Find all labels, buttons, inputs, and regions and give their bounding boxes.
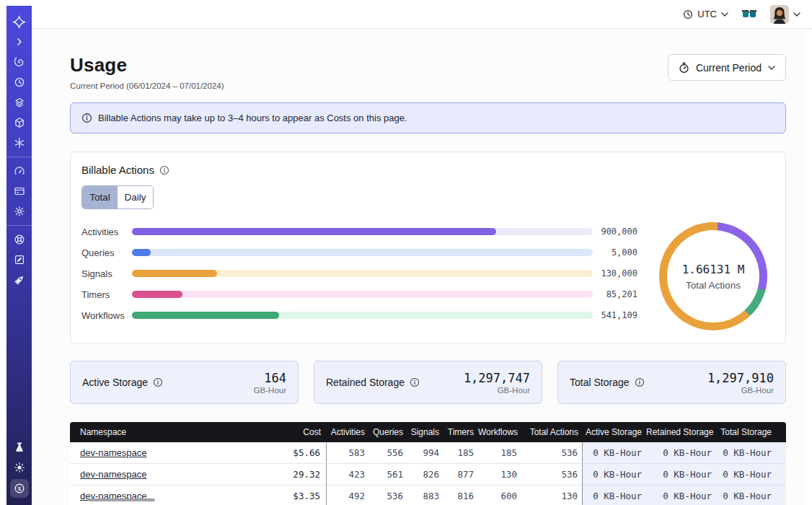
table-header-row: NamespaceCostActivitiesQueriesSignalsTim… (70, 422, 786, 442)
cell-queries: 556 (369, 442, 407, 464)
credit-card-icon[interactable] (9, 181, 30, 201)
gauge-icon[interactable] (9, 161, 30, 181)
usage-bar-queries: Queries5,000 (81, 245, 637, 260)
stopwatch-icon (679, 62, 689, 74)
column-header-signals: Signals (407, 422, 443, 442)
cell-queries: 561 (369, 464, 407, 486)
total-storage-label: Total Storage (570, 377, 630, 388)
info-icon[interactable] (159, 165, 169, 175)
dollar-coin-icon[interactable]: $ (10, 479, 29, 498)
column-header-cost: Cost (286, 422, 327, 442)
total-storage-card: Total Storage 1,297,910 GB-Hour (557, 361, 786, 404)
active-storage-value: 164 (254, 371, 286, 385)
column-header-queries: Queries (369, 422, 407, 442)
docs-icon[interactable] (9, 250, 30, 270)
period-selector-button[interactable]: Current Period (668, 54, 786, 81)
table-row: dev-namespace29.324235618268771305360 KB… (70, 464, 786, 486)
bar-value: 85,201 (599, 289, 637, 299)
horizontal-scrollbar-thumb[interactable] (88, 499, 155, 501)
cell-active-storage: 0 KB-Hour (583, 442, 646, 464)
bar-track (132, 270, 593, 277)
table-row: dev-namespace$5.665835569941851855360 KB… (70, 442, 786, 464)
namespace-link[interactable]: dev-namespace (80, 447, 147, 458)
bar-label: Timers (81, 289, 132, 300)
bar-track (132, 291, 593, 298)
table-row: dev-namespace$3.354925368838166001300 KB… (70, 486, 786, 505)
cell-cost: $3.35 (286, 486, 327, 505)
svg-text:$: $ (17, 486, 21, 492)
tab-total[interactable]: Total (82, 186, 118, 208)
bar-label: Workflows (81, 310, 132, 321)
namespace-usage-table: NamespaceCostActivitiesQueriesSignalsTim… (70, 422, 786, 505)
chevron-right-icon[interactable] (9, 32, 30, 52)
bar-value: 130,000 (599, 268, 637, 278)
total-actions-donut-chart: 1.66131 M Total Actions (659, 222, 767, 330)
bar-track (132, 249, 593, 256)
avatar (770, 5, 789, 24)
cell-retained-storage: 0 KB-Hour (646, 464, 716, 486)
clock-history-icon[interactable] (9, 72, 30, 92)
retained-storage-card: Retained Storage 1,297,747 GB-Hour (314, 361, 542, 404)
cell-total-actions: 536 (521, 464, 583, 486)
column-header-workflows: Workflows (478, 422, 521, 442)
info-icon (81, 113, 92, 123)
cell-cost: 29.32 (286, 464, 327, 486)
nexus-asterisk-icon[interactable] (9, 133, 30, 153)
donut-total-label: Total Actions (686, 280, 741, 291)
banner-text: Billable Actions may take up to 3–4 hour… (98, 113, 407, 123)
cell-workflows: 185 (478, 442, 521, 464)
cell-activities: 583 (327, 442, 369, 464)
gear-icon[interactable] (9, 201, 30, 221)
main-content: Usage Current Period (06/01/2024 – 07/01… (32, 30, 806, 505)
topbar: UTC (32, 0, 812, 29)
layers-icon[interactable] (9, 92, 30, 113)
billable-actions-tabs: Total Daily (81, 185, 154, 209)
info-icon[interactable] (153, 377, 163, 387)
cell-signals: 826 (407, 464, 443, 486)
cell-timers: 185 (443, 442, 478, 464)
sidebar-divider (6, 225, 32, 226)
cell-total-actions: 536 (521, 442, 583, 464)
info-icon[interactable] (635, 377, 645, 387)
tab-daily[interactable]: Daily (118, 186, 153, 208)
cell-retained-storage: 0 KB-Hour (646, 486, 716, 505)
column-header-total-storage: Total Storage (716, 422, 786, 442)
bar-label: Queries (81, 247, 132, 258)
page-header: Usage Current Period (06/01/2024 – 07/01… (70, 54, 786, 90)
bar-value: 5,000 (599, 247, 637, 258)
column-header-retained-storage: Retained Storage (646, 422, 716, 442)
sidebar: $ (6, 6, 32, 505)
timezone-selector[interactable]: UTC (683, 9, 728, 19)
column-header-active-storage: Active Storage (583, 422, 646, 442)
bar-value: 541,109 (599, 310, 637, 320)
rocket-icon[interactable] (9, 270, 30, 290)
cell-namespace: dev-namespace (70, 486, 286, 505)
billable-actions-title: Billable Actions (81, 164, 154, 176)
billable-actions-bar-chart: Activities900,000Queries5,000Signals130,… (81, 224, 637, 322)
namespace-link[interactable]: dev-namespace (80, 469, 147, 480)
cell-retained-storage: 0 KB-Hour (646, 442, 716, 464)
glasses-icon[interactable] (741, 9, 757, 19)
lifebuoy-icon[interactable] (9, 229, 30, 250)
usage-bar-activities: Activities900,000 (81, 224, 637, 239)
cube-icon[interactable] (9, 113, 30, 133)
billable-actions-card: Billable Actions Total Daily Activities9… (70, 152, 786, 344)
user-menu[interactable] (770, 5, 800, 24)
cell-activities: 492 (327, 486, 369, 505)
column-header-activities: Activities (327, 422, 369, 442)
sun-icon[interactable] (9, 457, 30, 478)
spiral-icon[interactable] (9, 52, 30, 72)
column-header-timers: Timers (443, 422, 478, 442)
cell-total-storage: 0 KB-Hour (716, 464, 786, 486)
temporal-logo[interactable] (9, 12, 30, 32)
flask-icon[interactable] (9, 437, 30, 457)
info-icon[interactable] (410, 377, 420, 387)
bar-fill (132, 270, 217, 277)
period-button-label: Current Period (696, 62, 762, 74)
chevron-down-icon (793, 12, 800, 17)
bar-fill (132, 249, 151, 256)
bar-value: 900,000 (599, 227, 637, 237)
bar-fill (132, 291, 182, 298)
cell-signals: 994 (407, 442, 443, 464)
info-banner: Billable Actions may take up to 3–4 hour… (70, 102, 786, 133)
